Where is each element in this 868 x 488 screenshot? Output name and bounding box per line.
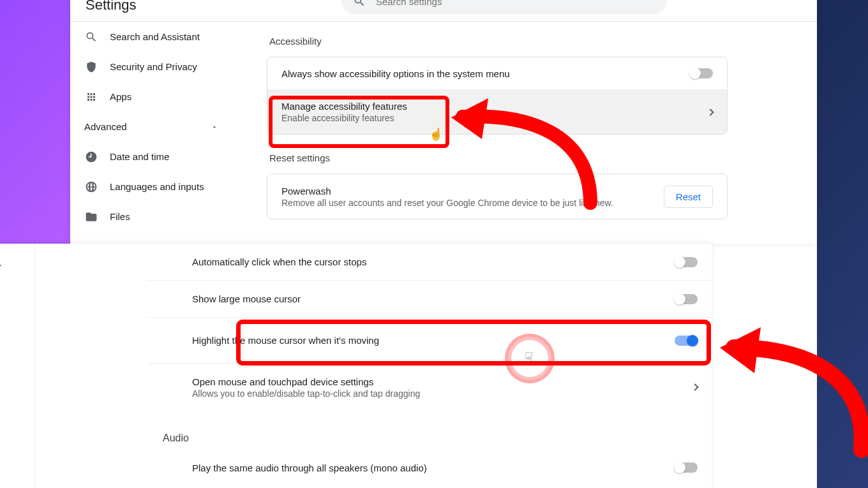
- sidebar-item-security-partial[interactable]: ecurity: [0, 314, 34, 339]
- sidebar-item-label: Advanced: [84, 121, 127, 132]
- card-reset: Powerwash Remove all user accounts and r…: [267, 174, 728, 219]
- toggle-mono-audio[interactable]: [675, 462, 698, 473]
- row-label: Always show accessibility options in the…: [281, 68, 510, 79]
- sidebar-item-apps[interactable]: Apps: [70, 82, 236, 112]
- section-heading-audio: Audio: [147, 411, 712, 449]
- main-content: Accessibility Always show accessibility …: [236, 22, 817, 244]
- chevron-up-icon: [0, 262, 4, 269]
- apps-icon: [84, 90, 98, 104]
- chevron-right-icon: [707, 108, 714, 115]
- search-icon: [84, 30, 98, 44]
- sidebar-item-search-assistant[interactable]: Search and Assistant: [70, 22, 236, 52]
- row-open-mouse-settings[interactable]: Open mouse and touchpad device settings …: [147, 364, 712, 411]
- shield-icon: [84, 60, 98, 74]
- search-icon: [353, 0, 366, 8]
- sidebar-item-label: Date and time: [110, 151, 169, 162]
- toggle-highlight-cursor[interactable]: [675, 336, 698, 346]
- section-heading-accessibility: Accessibility: [269, 36, 817, 47]
- sidebar-item-partial[interactable]: s: [0, 485, 34, 488]
- row-auto-click[interactable]: Automatically click when the cursor stop…: [147, 244, 712, 281]
- row-sublabel: Remove all user accounts and reset your …: [281, 198, 613, 208]
- sidebar-item-label: Files: [110, 211, 130, 222]
- row-mono-audio[interactable]: Play the same audio through all speakers…: [147, 449, 712, 486]
- sidebar-item-partial[interactable]: y: [0, 290, 34, 314]
- sidebar-item-label: Languages and inputs: [110, 181, 204, 192]
- search-field[interactable]: [341, 0, 667, 14]
- row-highlight-cursor[interactable]: Highlight the mouse cursor when it's mov…: [147, 318, 712, 364]
- toggle-always-show[interactable]: [690, 68, 713, 78]
- annotation-cursor-ring: ☟: [508, 337, 551, 380]
- sidebar-item-label: Search and Assistant: [110, 31, 200, 42]
- row-powerwash: Powerwash Remove all user accounts and r…: [267, 174, 727, 219]
- sidebar-item-input-partial[interactable]: nd input: [0, 359, 34, 383]
- cursor-hand-icon: ☟: [525, 350, 533, 366]
- settings-window-bottom: y ecurity nd input s Automatically click…: [0, 244, 712, 488]
- row-sublabel: Enable accessibility features: [281, 113, 407, 123]
- header-bar: Settings: [70, 0, 817, 22]
- row-large-cursor[interactable]: Show large mouse cursor: [147, 281, 712, 318]
- toggle-auto-click[interactable]: [675, 257, 698, 267]
- globe-icon: [84, 180, 98, 194]
- row-always-show-accessibility[interactable]: Always show accessibility options in the…: [267, 57, 727, 89]
- row-label: Highlight the mouse cursor when it's mov…: [192, 335, 379, 346]
- sidebar-lower: y ecurity nd input s: [0, 244, 35, 488]
- chevron-up-icon: [211, 123, 218, 131]
- cursor-hand-icon: [429, 127, 439, 140]
- sidebar-item-label: Apps: [110, 91, 131, 102]
- sidebar-item-security-privacy[interactable]: Security and Privacy: [70, 52, 236, 82]
- row-label: Automatically click when the cursor stop…: [192, 256, 366, 267]
- sidebar-item-advanced[interactable]: Advanced: [70, 112, 236, 142]
- row-label: Manage accessibility features: [281, 101, 407, 112]
- sidebar: Search and Assistant Security and Privac…: [70, 22, 236, 244]
- row-manage-accessibility[interactable]: Manage accessibility features Enable acc…: [267, 89, 727, 134]
- card-accessibility: Always show accessibility options in the…: [267, 57, 728, 135]
- reset-button[interactable]: Reset: [664, 186, 713, 208]
- row-sublabel: Allows you to enable/disable tap-to-clic…: [192, 388, 420, 399]
- clock-icon: [84, 150, 98, 164]
- sidebar-item-languages[interactable]: Languages and inputs: [70, 172, 236, 202]
- search-input[interactable]: [375, 0, 655, 8]
- sidebar-item-date-time[interactable]: Date and time: [70, 142, 236, 172]
- chevron-right-icon: [691, 383, 698, 390]
- settings-window-top: Settings Search and Assistant Security a…: [70, 0, 817, 244]
- toggle-large-cursor[interactable]: [675, 294, 698, 304]
- decorative-strip-right: [817, 0, 868, 488]
- sidebar-item-files[interactable]: Files: [70, 202, 236, 232]
- row-label: Powerwash: [281, 186, 613, 196]
- section-heading-reset: Reset settings: [269, 152, 817, 163]
- row-label: Open mouse and touchpad device settings: [192, 376, 420, 387]
- row-label: Show large mouse cursor: [192, 293, 301, 304]
- folder-icon: [84, 210, 98, 224]
- page-title: Settings: [86, 0, 137, 13]
- sidebar-item-label: Security and Privacy: [110, 61, 197, 72]
- row-label: Play the same audio through all speakers…: [192, 462, 427, 473]
